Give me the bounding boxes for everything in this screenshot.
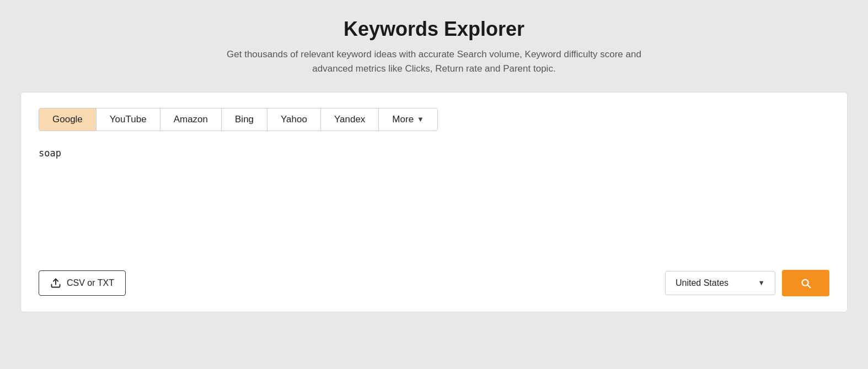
header-section: Keywords Explorer Get thousands of relev…: [224, 18, 644, 77]
page-subtitle: Get thousands of relevant keyword ideas …: [224, 47, 644, 77]
tab-amazon[interactable]: Amazon: [160, 108, 222, 131]
tab-yahoo[interactable]: Yahoo: [267, 108, 321, 131]
search-button[interactable]: [782, 270, 829, 296]
tab-bing[interactable]: Bing: [222, 108, 267, 131]
search-input[interactable]: soap: [39, 144, 829, 261]
main-card: Google YouTube Amazon Bing Yahoo Yandex …: [20, 92, 848, 312]
search-icon: [800, 277, 812, 289]
chevron-down-icon: ▼: [758, 279, 765, 287]
right-controls: United States ▼: [665, 270, 829, 296]
country-selector[interactable]: United States ▼: [665, 271, 775, 295]
chevron-down-icon: ▼: [417, 115, 424, 123]
tab-google[interactable]: Google: [39, 108, 97, 131]
tab-yandex[interactable]: Yandex: [321, 108, 379, 131]
upload-button-label: CSV or TXT: [67, 278, 114, 288]
upload-icon: [50, 278, 61, 289]
tab-more[interactable]: More ▼: [379, 108, 437, 131]
page-title: Keywords Explorer: [224, 18, 644, 41]
tabs-row: Google YouTube Amazon Bing Yahoo Yandex …: [39, 108, 438, 131]
upload-button[interactable]: CSV or TXT: [39, 270, 126, 296]
country-value: United States: [676, 278, 728, 288]
tab-youtube[interactable]: YouTube: [97, 108, 160, 131]
bottom-row: CSV or TXT United States ▼: [39, 261, 829, 296]
